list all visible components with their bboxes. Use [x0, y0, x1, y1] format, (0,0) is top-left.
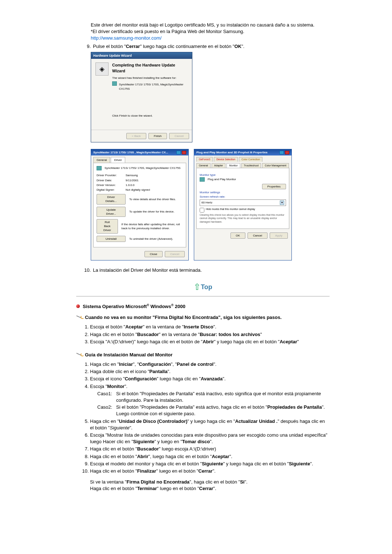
- list-item: Haga clic en "Unidad de Disco (Controlad…: [90, 418, 330, 431]
- close-icon[interactable]: [285, 151, 289, 154]
- section-windows-2000: Sistema Operativo Microsoft® Windows® 20…: [76, 303, 330, 310]
- driver-details-button[interactable]: Driver Details...: [97, 194, 126, 204]
- tab-troubleshoot[interactable]: Troubleshoot: [241, 163, 261, 168]
- wizard-icon: ◈: [95, 62, 109, 76]
- signature-steps-list: Escoja el botón "Aceptar" en la ventana …: [90, 324, 330, 345]
- list-item: Escoja "A:\(D:\driver)" luego haga clic …: [90, 339, 330, 345]
- cancel-button[interactable]: Cancel: [248, 232, 268, 239]
- page-container: Este driver del monitor está bajo el Log…: [0, 0, 392, 518]
- driver-prop-title: SyncMaster 171S/ 175S/ 170S , MagicSyncM…: [93, 150, 168, 154]
- monitor-properties-window: Plug and Play Monitor and 3D Prophet III…: [194, 149, 292, 260]
- step-9: 9. Pulse el botón "Cerrar" luego haga cl…: [83, 43, 330, 50]
- driver-properties-window: SyncMaster 171S/ 175S/ 170S , MagicSyncM…: [91, 149, 189, 260]
- back-button[interactable]: < Back: [126, 133, 146, 139]
- list-item: Escoja el modelo del monitor y haga clic…: [90, 461, 330, 467]
- close-icon[interactable]: [182, 151, 186, 154]
- tab-monitor[interactable]: Monitor: [226, 163, 240, 168]
- apply-button[interactable]: Apply: [270, 232, 288, 239]
- samsung-monitor-link[interactable]: http://www.samsung-monitor.com/: [91, 35, 162, 41]
- tab-geforce3[interactable]: GeForce3: [196, 157, 213, 162]
- cancel-button[interactable]: Cancel: [165, 251, 185, 257]
- help-icon[interactable]: [176, 151, 181, 154]
- list-item: Escoja "Monitor". Caso1:Si el botón "Pro…: [90, 383, 330, 417]
- wizard-titlebar: Hardware Update Wizard: [91, 52, 192, 59]
- driver-device-name: SyncMaster 171S/ 175S/ 170S, MagicSyncMa…: [105, 166, 180, 170]
- monitor-settings-label: Monitor settings: [200, 190, 286, 194]
- back-to-top[interactable]: ⇧Top: [76, 281, 330, 293]
- monitor-prop-title: Plug and Play Monitor and 3D Prophet III…: [196, 150, 268, 154]
- monitor-icon: [200, 177, 205, 182]
- section-divider: [76, 296, 330, 296]
- up-arrow-icon: ⇧: [193, 281, 201, 293]
- list-item: Haga clic en el botón "Abrir", luego hag…: [90, 453, 330, 460]
- list-item: Haga clic en el botón "Buscador" en la v…: [90, 331, 330, 338]
- bullet-icon: [76, 304, 80, 308]
- list-item: Escoja "Mostrar lista de unidades conoci…: [90, 432, 330, 445]
- tab-device-selection[interactable]: Device Selection: [214, 157, 238, 162]
- wizard-line1: The wizard has finished installing the s…: [112, 76, 188, 80]
- update-driver-button[interactable]: Update Driver...: [97, 207, 126, 217]
- monitor-icon: [112, 81, 117, 86]
- intro-block: Este driver del monitor está bajo el Log…: [91, 22, 330, 42]
- step-10: 10. La instalación del Driver del Monito…: [83, 267, 330, 274]
- properties-button[interactable]: Properties: [262, 184, 286, 189]
- wizard-heading: Completing the Hardware Update Wizard: [112, 62, 188, 74]
- intro-line2: *El driver certificado será puesto en la…: [91, 28, 330, 35]
- list-item: Escoja el botón "Aceptar" en la ventana …: [90, 324, 330, 330]
- chevron-down-icon: ▾: [280, 201, 284, 205]
- list-item: Haga clic en el botón "Finalizar" luego …: [90, 468, 330, 492]
- tab-color-correction[interactable]: Color Correction: [239, 157, 262, 162]
- monitor-type-label: Monitor type: [200, 173, 286, 177]
- cancel-button[interactable]: Cancel: [169, 133, 189, 139]
- hide-modes-checkbox[interactable]: [200, 208, 204, 213]
- intro-line1: Este driver del monitor está bajo el Log…: [91, 22, 330, 28]
- refresh-rate-label: Screen refresh rate:: [200, 195, 286, 199]
- list-item: Haga clic en "Iniciar", "Configuración",…: [90, 361, 330, 368]
- tab-general[interactable]: General: [93, 157, 110, 163]
- tab-color-management[interactable]: Color Management: [262, 163, 289, 168]
- help-icon[interactable]: [279, 151, 284, 154]
- manual-guide-list: Haga clic en "Iniciar", "Configuración",…: [90, 361, 330, 492]
- hardware-update-wizard: Hardware Update Wizard ◈ Completing the …: [91, 52, 192, 142]
- wrench-icon: [76, 315, 83, 320]
- close-button[interactable]: Close: [144, 251, 163, 257]
- list-item: Escoja el icono "Configuración" luego ha…: [90, 376, 330, 382]
- properties-row: SyncMaster 171S/ 175S/ 170S , MagicSyncM…: [91, 149, 330, 260]
- subsection-digital-signature: Cuando no vea en su monitor "Firma Digit…: [76, 314, 330, 321]
- list-item: Haga doble clic en el icono "Pantalla".: [90, 368, 330, 375]
- wrench-icon: [76, 353, 83, 357]
- refresh-rate-select[interactable]: 60 Hertz ▾: [200, 199, 286, 206]
- monitor-icon: [97, 166, 102, 170]
- tab-general[interactable]: General: [196, 163, 211, 168]
- uninstall-button[interactable]: Uninstall: [97, 236, 126, 242]
- wizard-line2: Click Finish to close the wizard.: [112, 114, 188, 118]
- tab-driver[interactable]: Driver: [111, 157, 125, 163]
- ok-button[interactable]: OK: [230, 232, 246, 239]
- step-9-text: Pulse el botón "Cerrar" luego haga clic …: [93, 43, 330, 50]
- subsection-manual-guide: Guía de Instalación Manual del Monitor: [76, 352, 330, 358]
- rollback-driver-button[interactable]: Roll Back Driver: [97, 219, 118, 234]
- finish-button[interactable]: Finish: [148, 133, 167, 139]
- tab-adapter[interactable]: Adapter: [212, 163, 226, 168]
- wizard-device: SyncMaster 171S/ 175S/ 170S, MagicSyncMa…: [119, 82, 188, 90]
- list-item: Haga clic en el botón "Buscador" luego e…: [90, 446, 330, 452]
- hide-modes-hint: Clearing this check box allows you to se…: [200, 213, 286, 224]
- step-number: 9.: [83, 43, 91, 50]
